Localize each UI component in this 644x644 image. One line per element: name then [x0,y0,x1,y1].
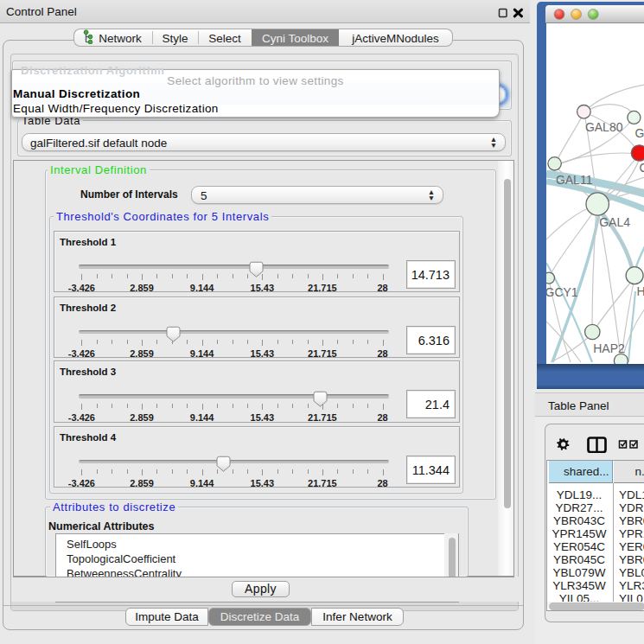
svg-text:C: C [639,161,644,175]
svg-text:GAL11: GAL11 [555,173,592,187]
svg-text:HAP2: HAP2 [593,341,625,355]
svg-text:GAL4: GAL4 [599,215,630,229]
svg-text:H: H [636,284,644,298]
svg-text:GA: GA [634,126,644,140]
svg-text:GCY1: GCY1 [546,285,578,299]
svg-text:GAL80: GAL80 [584,120,622,134]
